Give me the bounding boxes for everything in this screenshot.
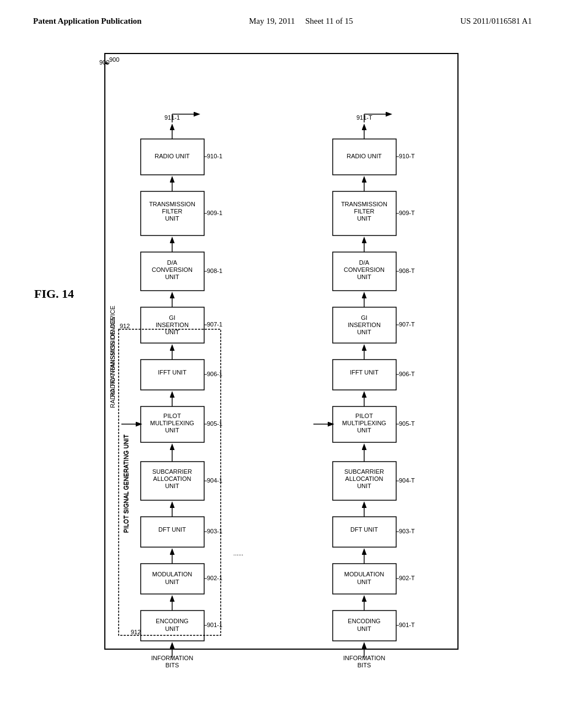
svg-text:RADIO UNIT: RADIO UNIT: [154, 153, 190, 159]
svg-text:904-T: 904-T: [399, 477, 415, 484]
svg-text:MODULATION: MODULATION: [344, 571, 385, 577]
svg-text:UNIT: UNIT: [165, 483, 179, 489]
svg-rect-0: [105, 53, 458, 649]
svg-text:UNIT: UNIT: [357, 274, 371, 280]
svg-text:904-1: 904-1: [207, 477, 222, 484]
svg-text:DFT UNIT: DFT UNIT: [350, 526, 378, 533]
svg-text:UNIT: UNIT: [357, 427, 371, 433]
svg-text:PILOT: PILOT: [163, 413, 181, 419]
svg-text:905-T: 905-T: [399, 420, 415, 427]
svg-text:D/A: D/A: [167, 259, 178, 266]
svg-text:UNIT: UNIT: [357, 483, 371, 489]
svg-text:RADIO TRANSMISSION DEVICE: RADIO TRANSMISSION DEVICE: [109, 306, 116, 397]
svg-text:MULTIPLEXING: MULTIPLEXING: [342, 420, 386, 426]
svg-text:908-T: 908-T: [399, 267, 415, 274]
svg-text:INSERTION: INSERTION: [156, 322, 189, 328]
svg-text:UNIT: UNIT: [165, 427, 179, 433]
svg-text:PILOT SIGNAL GENERATING UNIT: PILOT SIGNAL GENERATING UNIT: [123, 435, 130, 533]
svg-text:910-T: 910-T: [399, 153, 415, 159]
svg-text:DFT UNIT: DFT UNIT: [158, 526, 186, 533]
svg-text:SUBCARRIER: SUBCARRIER: [152, 468, 192, 475]
svg-text:ALLOCATION: ALLOCATION: [345, 475, 383, 482]
svg-text:UNIT: UNIT: [165, 579, 179, 585]
svg-text:GI: GI: [169, 314, 175, 321]
svg-text:903-T: 903-T: [399, 528, 415, 534]
svg-text:906-T: 906-T: [399, 371, 415, 377]
svg-text:CONVERSION: CONVERSION: [152, 266, 193, 273]
svg-text:UNIT: UNIT: [165, 215, 179, 222]
svg-text:IFFT UNIT: IFFT UNIT: [158, 369, 186, 376]
svg-text:908-1: 908-1: [207, 267, 222, 274]
diagram-svg: RADIO TRANSMISSION DEVICE 900 PILOT SIGN…: [88, 42, 475, 682]
svg-text:BITS: BITS: [166, 662, 179, 668]
svg-text:TRANSMISSION: TRANSMISSION: [149, 201, 195, 207]
publication-label: Patent Application Publication: [33, 17, 142, 26]
svg-text:PILOT: PILOT: [355, 413, 373, 419]
svg-text:907-1: 907-1: [207, 321, 222, 328]
svg-text:910-1: 910-1: [207, 153, 222, 159]
svg-text:FILTER: FILTER: [354, 208, 374, 215]
svg-text:906-1: 906-1: [207, 371, 222, 377]
sheet-info: Sheet 11 of 15: [305, 17, 353, 25]
svg-text:D/A: D/A: [359, 259, 370, 266]
svg-text:TRANSMISSION: TRANSMISSION: [341, 201, 387, 207]
svg-text:900: 900: [99, 59, 109, 66]
svg-text:ALLOCATION: ALLOCATION: [153, 475, 191, 482]
svg-text:900: 900: [109, 56, 119, 63]
svg-text:912: 912: [131, 629, 141, 635]
svg-text:ENCODING: ENCODING: [348, 618, 380, 624]
svg-text:909-1: 909-1: [207, 210, 222, 216]
svg-text:GI: GI: [361, 314, 367, 321]
svg-text:MODULATION: MODULATION: [152, 571, 193, 577]
svg-text:FILTER: FILTER: [162, 208, 182, 215]
svg-text:UNIT: UNIT: [165, 329, 179, 335]
svg-text:IFFT UNIT: IFFT UNIT: [350, 369, 379, 376]
svg-text:INSERTION: INSERTION: [348, 322, 381, 328]
diagram-container: RADIO TRANSMISSION DEVICE 900 PILOT SIGN…: [88, 42, 475, 684]
svg-text:901-T: 901-T: [399, 622, 415, 628]
svg-text:UNIT: UNIT: [357, 329, 371, 335]
svg-text:UNIT: UNIT: [357, 215, 371, 222]
svg-text:UNIT: UNIT: [357, 579, 371, 585]
date: May 19, 2011: [249, 17, 295, 25]
svg-text:ENCODING: ENCODING: [156, 618, 188, 624]
svg-text:902-T: 902-T: [399, 575, 415, 581]
svg-text:903-1: 903-1: [207, 528, 222, 534]
svg-text:UNIT: UNIT: [357, 625, 371, 632]
svg-text:909-T: 909-T: [399, 210, 415, 216]
page-header: Patent Application Publication May 19, 2…: [0, 0, 565, 31]
svg-text:UNIT: UNIT: [165, 274, 179, 280]
svg-text:RADIO UNIT: RADIO UNIT: [347, 153, 382, 159]
svg-text:MULTIPLEXING: MULTIPLEXING: [150, 420, 194, 426]
diagram-area: RADIO TRANSMISSION DEVICE 900 PILOT SIGN…: [0, 31, 565, 695]
svg-text:BITS: BITS: [358, 662, 371, 668]
svg-text:......: ......: [233, 550, 243, 556]
patent-number: US 2011/0116581 A1: [460, 17, 532, 26]
svg-text:UNIT: UNIT: [165, 625, 179, 632]
svg-text:SUBCARRIER: SUBCARRIER: [344, 468, 384, 475]
date-sheet: May 19, 2011 Sheet 11 of 15: [249, 17, 353, 26]
svg-text:902-1: 902-1: [207, 575, 222, 581]
svg-text:912: 912: [120, 323, 130, 329]
svg-text:901-1: 901-1: [207, 622, 222, 628]
svg-text:907-T: 907-T: [399, 321, 415, 328]
svg-text:905-1: 905-1: [207, 420, 222, 427]
svg-text:CONVERSION: CONVERSION: [344, 266, 385, 273]
